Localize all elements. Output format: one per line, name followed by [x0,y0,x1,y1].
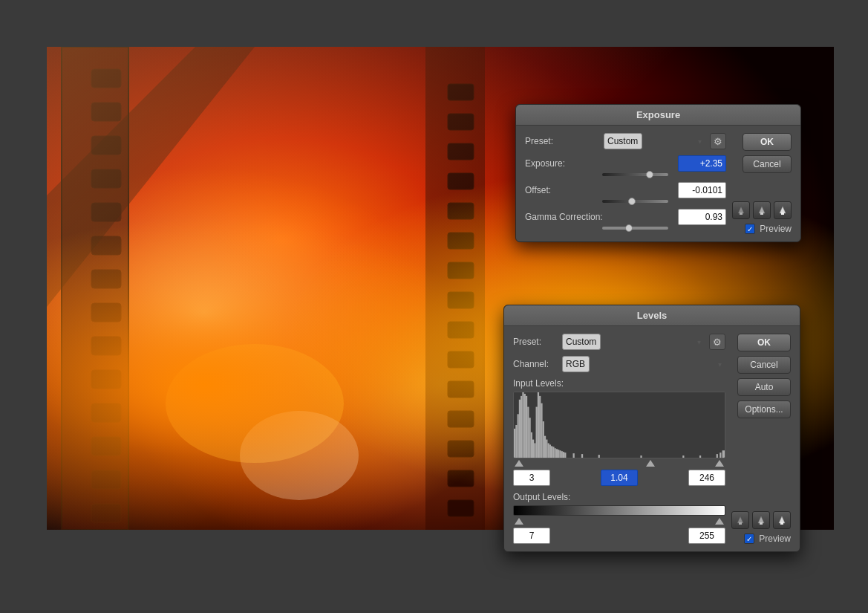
svg-rect-72 [564,453,566,458]
exposure-dialog-title: Exposure [516,105,800,126]
svg-rect-84 [780,522,783,525]
input-shadow-value[interactable] [513,470,550,486]
svg-rect-78 [699,455,701,458]
exposure-black-eyedropper[interactable] [732,201,750,219]
svg-rect-7 [91,203,121,221]
svg-rect-9 [91,270,121,288]
levels-white-eyedropper[interactable] [773,511,791,529]
levels-preview-checkbox[interactable]: ✓ [744,533,754,544]
svg-rect-4 [91,103,121,121]
exposure-preview-checkbox[interactable]: ✓ [745,224,755,234]
exposure-preset-label: Preset: [525,136,599,146]
svg-rect-42 [514,429,515,458]
levels-ok-button[interactable]: OK [737,334,791,351]
svg-rect-33 [448,411,474,427]
output-shadow-slider[interactable] [515,518,523,525]
output-highlight-slider[interactable] [715,518,724,525]
svg-rect-62 [547,443,549,458]
svg-rect-28 [448,262,474,279]
exposure-ok-button[interactable]: OK [743,133,792,151]
exposure-title-text: Exposure [636,109,680,120]
output-levels-label: Output Levels: [513,492,725,502]
svg-rect-40 [781,213,784,215]
exposure-eyedroppers [732,201,792,219]
gamma-slider-track[interactable] [602,227,668,230]
exposure-slider-track[interactable] [602,173,668,176]
svg-rect-73 [573,453,575,458]
input-highlight-slider[interactable] [715,460,724,467]
svg-rect-3 [91,69,121,88]
svg-rect-12 [91,370,121,389]
offset-slider-thumb[interactable] [628,198,636,205]
svg-rect-36 [448,500,474,516]
svg-rect-37 [425,47,485,530]
svg-rect-27 [448,233,474,249]
levels-preset-select[interactable]: Custom [562,334,601,350]
histogram [513,392,725,458]
exposure-cancel-button[interactable]: Cancel [743,155,792,173]
output-shadow-value[interactable] [513,528,550,544]
svg-rect-70 [561,451,563,458]
exposure-gear-button[interactable]: ⚙ [710,133,726,149]
svg-rect-52 [531,432,532,458]
input-midtone-slider[interactable] [646,460,655,467]
svg-rect-22 [448,84,474,100]
output-highlight-value[interactable] [688,528,725,544]
exposure-gray-eyedropper[interactable] [753,201,771,219]
svg-rect-34 [448,441,474,457]
exposure-preview-label: Preview [760,224,792,234]
input-shadow-slider[interactable] [515,460,523,467]
svg-rect-13 [91,403,121,422]
svg-rect-43 [515,425,517,458]
levels-channel-label: Channel: [513,359,558,369]
levels-options-button[interactable]: Options... [737,400,791,418]
exposure-slider-thumb[interactable] [646,171,653,178]
svg-rect-26 [448,203,474,219]
offset-value-input[interactable] [678,182,726,198]
exposure-white-eyedropper[interactable] [774,201,792,219]
exposure-preset-select-wrapper: Custom [604,133,705,149]
levels-gear-button[interactable]: ⚙ [709,334,725,350]
levels-auto-button[interactable]: Auto [737,378,791,396]
gamma-value-input[interactable] [678,209,726,225]
input-highlight-value[interactable] [688,470,725,486]
levels-dialog-title: Levels [504,305,800,326]
exposure-preset-select[interactable]: Custom [604,133,642,149]
input-levels-label: Input Levels: [513,378,725,389]
svg-rect-6 [91,169,121,188]
svg-rect-83 [760,522,763,525]
svg-rect-61 [546,440,547,458]
levels-gray-eyedropper[interactable] [752,511,770,529]
svg-rect-10 [91,303,121,322]
svg-rect-55 [536,407,538,458]
input-midtone-value[interactable] [601,470,638,486]
svg-rect-18 [62,47,128,530]
svg-point-19 [166,344,344,463]
svg-rect-38 [740,213,743,215]
svg-rect-77 [682,455,684,458]
svg-point-20 [240,411,359,500]
svg-rect-44 [518,414,519,458]
gamma-slider-thumb[interactable] [625,224,633,232]
svg-rect-59 [543,421,544,458]
levels-preview-row: ✓ Preview [744,533,791,544]
levels-dialog: Levels Preset: Custom ⚙ Channel: RGB [503,305,800,552]
exposure-preview-row: ✓ Preview [745,224,792,234]
svg-rect-71 [563,452,564,458]
exposure-value-input[interactable] [678,155,726,172]
levels-cancel-button[interactable]: Cancel [737,356,791,374]
levels-eyedroppers [731,511,791,529]
offset-slider-track[interactable] [602,200,668,203]
svg-rect-24 [448,143,474,160]
svg-rect-65 [552,447,554,458]
svg-rect-35 [448,470,474,487]
levels-black-eyedropper[interactable] [731,511,749,529]
svg-rect-16 [91,504,121,522]
svg-rect-23 [448,114,474,130]
svg-rect-63 [549,444,551,458]
svg-rect-25 [448,173,474,189]
svg-rect-50 [527,407,529,458]
svg-rect-76 [640,455,642,458]
svg-rect-51 [529,418,530,458]
levels-channel-select[interactable]: RGB [562,356,590,372]
